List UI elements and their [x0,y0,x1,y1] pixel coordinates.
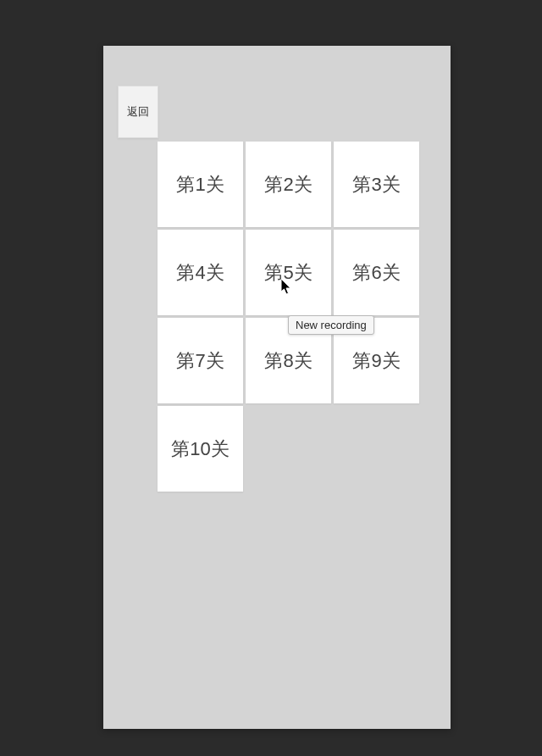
level-label: 第3关 [352,172,400,197]
level-label: 第9关 [352,348,400,374]
level-button-3[interactable]: 第3关 [334,142,419,227]
level-button-9[interactable]: 第9关 [334,318,419,403]
level-button-8[interactable]: 第8关 [246,318,331,403]
level-button-5[interactable]: 第5关 [246,230,331,315]
back-button-label: 返回 [127,104,149,120]
level-label: 第2关 [264,172,312,197]
level-button-4[interactable]: 第4关 [158,230,243,315]
level-button-10[interactable]: 第10关 [158,406,243,492]
level-label: 第7关 [176,348,224,374]
level-label: 第8关 [264,348,312,374]
level-button-2[interactable]: 第2关 [246,142,331,227]
back-button[interactable]: 返回 [118,86,158,138]
level-label: 第5关 [264,260,312,286]
app-frame: 返回 第1关 第2关 第3关 第4关 第5关 第6关 第7关 第8关 第9关 [103,46,451,729]
level-label: 第10关 [171,436,229,462]
level-button-7[interactable]: 第7关 [158,318,243,403]
level-label: 第6关 [352,260,400,286]
level-label: 第1关 [176,172,224,197]
level-label: 第4关 [176,260,224,286]
level-button-6[interactable]: 第6关 [334,230,419,315]
level-grid: 第1关 第2关 第3关 第4关 第5关 第6关 第7关 第8关 第9关 第10关 [158,142,419,492]
level-button-1[interactable]: 第1关 [158,142,243,227]
